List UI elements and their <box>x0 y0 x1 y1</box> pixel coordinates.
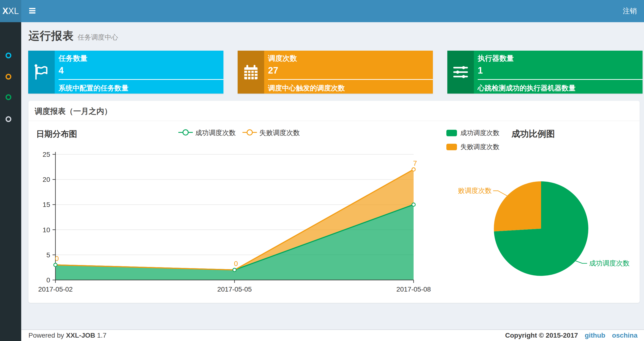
svg-text:0: 0 <box>55 255 59 262</box>
powered-by: Powered by XXL-JOB 1.7 <box>28 331 106 339</box>
stat-value: 1 <box>478 65 642 76</box>
swatch-icon <box>446 130 457 136</box>
sliders-icon <box>453 64 468 80</box>
copyright: Copyright © 2015-2017 github oschina <box>505 331 638 339</box>
hamburger-icon <box>29 8 36 9</box>
legend-item-fail[interactable]: 失败调度次数 <box>242 128 300 137</box>
flag-icon <box>34 64 49 80</box>
svg-text:25: 25 <box>43 151 50 158</box>
stat-title: 任务数量 <box>58 54 224 64</box>
sidebar-item-3 circle-icon[interactable] <box>6 94 11 100</box>
stat-description: 调度中心触发的调度次数 <box>268 84 433 93</box>
report-panel-header: 调度报表（一月之内） <box>28 101 640 121</box>
svg-text:2017-05-02: 2017-05-02 <box>38 285 72 293</box>
stat-value: 4 <box>58 65 224 76</box>
top-navbar: XXL 注销 <box>0 0 644 22</box>
pie-chart-title: 成功比例图 <box>512 128 555 140</box>
app-logo-rest: XL <box>8 6 19 16</box>
oschina-link[interactable]: oschina <box>612 331 638 339</box>
app-logo-bold: X <box>2 6 8 16</box>
stat-title: 调度次数 <box>268 54 433 64</box>
svg-text:失败调度次数: 失败调度次数 <box>458 187 492 194</box>
app-logo[interactable]: XXL <box>0 0 21 22</box>
stat-value: 27 <box>268 65 433 76</box>
sidebar-item-2 circle-icon[interactable] <box>6 74 11 80</box>
stat-box-executors: 执行器数量 1 心跳检测成功的执行器机器数量 <box>447 51 642 94</box>
github-link[interactable]: github <box>585 331 606 339</box>
line-chart-title: 日期分布图 <box>36 129 77 140</box>
stat-description: 心跳检测成功的执行器机器数量 <box>478 84 642 93</box>
xxl-job-dashboard: XXL 注销 运行报表 任务调度中心 任务数量 4 <box>0 0 644 341</box>
stat-box-triggers: 调度次数 27 调度中心触发的调度次数 <box>238 51 433 94</box>
legend-item-success[interactable]: 成功调度次数 <box>446 129 500 137</box>
svg-text:5: 5 <box>46 251 50 259</box>
sidebar-item-4 circle-icon[interactable] <box>6 116 11 122</box>
line-series-marker-icon <box>178 129 193 137</box>
page-header: 运行报表 任务调度中心 <box>28 29 118 44</box>
sidebar-item-1 circle-icon[interactable] <box>6 53 11 58</box>
pie-chart[interactable]: 成功调度次数失败调度次数 <box>458 159 634 294</box>
svg-text:成功调度次数: 成功调度次数 <box>589 259 630 267</box>
svg-text:15: 15 <box>43 201 50 208</box>
sidebar-toggle-button[interactable] <box>27 6 38 16</box>
line-series-marker-icon <box>242 129 257 137</box>
svg-text:20: 20 <box>43 176 50 183</box>
product-version: 1.7 <box>97 331 106 339</box>
page-subtitle: 任务调度中心 <box>78 33 118 42</box>
svg-text:0: 0 <box>46 276 50 284</box>
sidebar-nav <box>0 22 21 341</box>
line-chart[interactable]: 05101520252017-05-022017-05-052017-05-08… <box>36 145 446 299</box>
swatch-icon <box>446 144 457 150</box>
svg-text:2017-05-08: 2017-05-08 <box>396 285 431 293</box>
report-panel-title: 调度报表（一月之内） <box>35 107 112 116</box>
svg-text:0: 0 <box>234 260 238 267</box>
svg-text:7: 7 <box>413 159 417 167</box>
stat-box-jobs: 任务数量 4 系统中配置的任务数量 <box>28 51 224 94</box>
stat-title: 执行器数量 <box>478 54 642 64</box>
calendar-icon <box>244 64 258 80</box>
svg-text:2017-05-05: 2017-05-05 <box>217 285 252 293</box>
legend-item-success[interactable]: 成功调度次数 <box>178 128 236 137</box>
page-footer: Powered by XXL-JOB 1.7 Copyright © 2015-… <box>21 329 644 341</box>
logout-link[interactable]: 注销 <box>621 0 638 22</box>
pie-chart-legend: 成功调度次数 失败调度次数 <box>446 129 500 157</box>
product-name: XXL-JOB <box>66 331 95 339</box>
svg-text:10: 10 <box>43 226 50 234</box>
line-chart-legend: 成功调度次数 失败调度次数 <box>178 128 300 137</box>
legend-item-fail[interactable]: 失败调度次数 <box>446 143 500 151</box>
page-title: 运行报表 <box>28 29 74 44</box>
stat-description: 系统中配置的任务数量 <box>58 84 224 93</box>
